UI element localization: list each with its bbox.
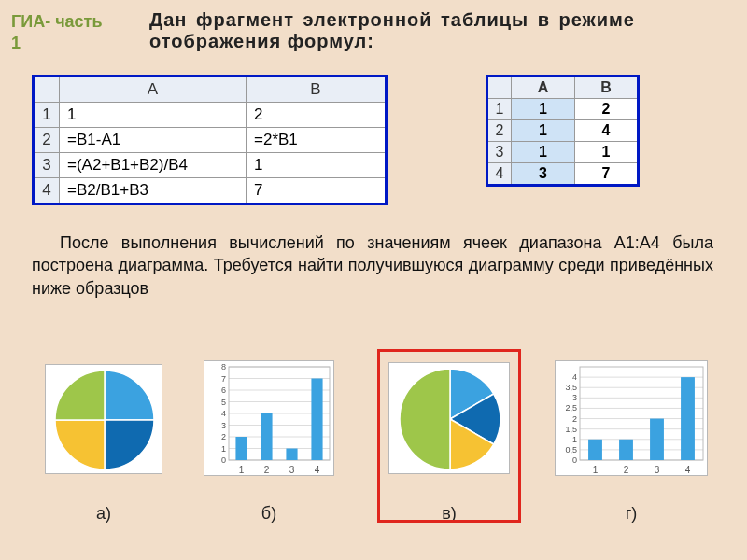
svg-rect-52 — [681, 377, 695, 460]
cell-b4-val: 7 — [575, 163, 639, 186]
cell-a4-val: 3 — [512, 163, 575, 186]
header-blank — [34, 77, 60, 103]
svg-text:5: 5 — [221, 398, 226, 407]
svg-text:2: 2 — [221, 432, 226, 441]
svg-rect-19 — [235, 437, 247, 460]
svg-text:4: 4 — [221, 409, 226, 418]
svg-text:6: 6 — [221, 385, 226, 395]
row-number: 4 — [34, 178, 60, 204]
chart-option-v — [388, 362, 510, 474]
option-label-a: а) — [96, 504, 111, 524]
cell-a1: 1 — [60, 103, 247, 128]
svg-text:2: 2 — [572, 414, 577, 424]
header-col-a: A — [512, 77, 575, 99]
table-row: 4 3 7 — [487, 163, 639, 186]
row-number: 3 — [487, 142, 512, 163]
table-header-row: A B — [34, 77, 387, 103]
cell-b1-val: 2 — [575, 99, 639, 120]
header-blank — [487, 77, 512, 99]
svg-rect-21 — [261, 413, 272, 460]
svg-text:3,5: 3,5 — [565, 383, 577, 392]
svg-rect-50 — [650, 419, 664, 460]
header-col-b: B — [247, 77, 387, 103]
option-label-b: б) — [261, 504, 276, 524]
svg-text:0: 0 — [221, 455, 226, 465]
svg-text:2,5: 2,5 — [565, 403, 577, 413]
option-label-g: г) — [626, 504, 638, 524]
cell-b4: 7 — [247, 178, 387, 204]
bar-chart-b-icon: 0123456781234 — [204, 361, 335, 477]
option-label-v: в) — [442, 504, 457, 524]
table-row: 3 =(A2+B1+B2)/B4 1 — [34, 153, 387, 178]
svg-rect-23 — [286, 449, 297, 461]
cell-b2-val: 4 — [575, 120, 639, 142]
table-row: 1 1 2 — [34, 103, 387, 128]
cell-b3-val: 1 — [575, 142, 639, 163]
svg-text:3: 3 — [221, 421, 226, 430]
table-header-row: A B — [487, 77, 639, 99]
chart-option-g: 00,511,522,533,541234 — [555, 360, 708, 476]
cell-a1-val: 1 — [512, 99, 575, 120]
chart-options-row: а) 0123456781234 б) в) 00,511,522,533,54… — [0, 355, 747, 541]
svg-text:1,5: 1,5 — [565, 425, 577, 434]
label-line-1: ГИА- часть — [11, 12, 103, 31]
row-number: 2 — [34, 128, 60, 153]
header-col-a: A — [60, 77, 247, 103]
table-row: 2 =B1-A1 =2*B1 — [34, 128, 387, 153]
slide-title: Дан фрагмент электронной таблицы в режим… — [149, 9, 635, 52]
cell-a4: =B2/B1+B3 — [60, 178, 247, 204]
row-number: 1 — [34, 103, 60, 128]
svg-text:2: 2 — [264, 465, 270, 475]
cell-b3: 1 — [247, 153, 387, 178]
svg-text:7: 7 — [221, 374, 226, 384]
cell-a2-val: 1 — [512, 120, 575, 142]
svg-text:3: 3 — [289, 465, 295, 475]
svg-rect-25 — [311, 379, 322, 461]
row-number: 3 — [34, 153, 60, 178]
row-number: 4 — [487, 163, 512, 186]
table-row: 3 1 1 — [487, 142, 639, 163]
label-line-2: 1 — [11, 34, 21, 52]
pie-chart-a-icon — [46, 365, 163, 475]
svg-text:3: 3 — [572, 393, 577, 402]
svg-text:4: 4 — [572, 372, 577, 382]
values-table: A B 1 1 2 2 1 4 3 1 1 4 3 7 — [486, 75, 640, 187]
svg-rect-48 — [619, 440, 633, 460]
table-row: 2 1 4 — [487, 120, 639, 142]
cell-a2: =B1-A1 — [60, 128, 247, 153]
svg-rect-46 — [588, 440, 602, 460]
svg-text:1: 1 — [593, 465, 599, 475]
formula-table: A B 1 1 2 2 =B1-A1 =2*B1 3 =(A2+B1+B2)/B… — [32, 75, 388, 205]
svg-text:1: 1 — [239, 465, 245, 475]
table-row: 1 1 2 — [487, 99, 639, 120]
bar-chart-g-icon: 00,511,522,533,541234 — [556, 361, 709, 477]
pie-chart-v-icon — [389, 363, 511, 475]
exam-part-label: ГИА- часть 1 — [11, 11, 103, 55]
svg-text:3: 3 — [655, 465, 660, 475]
row-number: 1 — [487, 99, 512, 120]
cell-b1: 2 — [247, 103, 387, 128]
svg-text:4: 4 — [315, 465, 320, 475]
cell-a3: =(A2+B1+B2)/B4 — [60, 153, 247, 178]
svg-text:0: 0 — [572, 455, 577, 465]
svg-text:1: 1 — [221, 444, 226, 454]
cell-b2: =2*B1 — [247, 128, 387, 153]
svg-text:1: 1 — [572, 435, 577, 444]
cell-a3-val: 1 — [512, 142, 575, 163]
body-text: После выполнения вычислений по значениям… — [32, 231, 713, 300]
svg-text:0,5: 0,5 — [565, 445, 577, 455]
svg-text:4: 4 — [685, 465, 691, 475]
table-row: 4 =B2/B1+B3 7 — [34, 178, 387, 204]
header-col-b: B — [575, 77, 639, 99]
svg-text:8: 8 — [221, 362, 226, 371]
row-number: 2 — [487, 120, 512, 142]
chart-option-a — [45, 364, 162, 474]
svg-text:2: 2 — [624, 465, 629, 475]
chart-option-b: 0123456781234 — [204, 360, 334, 476]
